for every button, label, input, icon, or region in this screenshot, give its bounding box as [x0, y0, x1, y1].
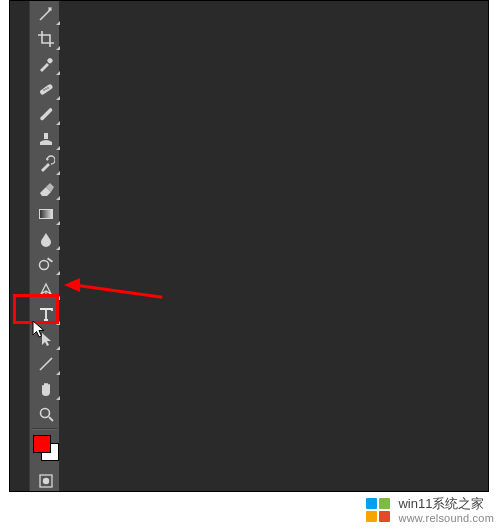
hand-tool[interactable] [30, 376, 61, 401]
history-brush-tool[interactable] [30, 151, 61, 176]
svg-rect-6 [39, 209, 52, 218]
app-window [9, 0, 489, 492]
watermark-line2: www.relsound.com [398, 511, 494, 526]
droplet-icon [37, 230, 55, 248]
svg-point-9 [40, 408, 49, 417]
watermark-line1: win11系统之家 [398, 496, 494, 511]
gradient-icon [37, 205, 55, 223]
healing-brush-tool[interactable] [30, 76, 61, 101]
zoom-tool[interactable] [30, 401, 61, 426]
hand-icon [37, 380, 55, 398]
svg-point-4 [47, 87, 49, 89]
history-brush-icon [37, 155, 55, 173]
svg-point-7 [39, 260, 48, 269]
pen-icon [37, 280, 55, 298]
color-swatches[interactable] [30, 432, 61, 466]
crop-tool[interactable] [30, 26, 61, 51]
gradient-tool[interactable] [30, 201, 61, 226]
dodge-icon [37, 255, 55, 273]
quick-mask-icon [37, 472, 55, 490]
eraser-icon [37, 180, 55, 198]
line-shape-tool[interactable] [30, 351, 61, 376]
type-tool[interactable] [30, 301, 61, 326]
toolbox-panel [29, 1, 60, 492]
eyedropper-icon [37, 55, 55, 73]
eraser-tool[interactable] [30, 176, 61, 201]
pen-tool[interactable] [30, 276, 61, 301]
svg-rect-5 [44, 133, 48, 139]
arrow-cursor-icon [37, 330, 55, 348]
blur-tool[interactable] [30, 226, 61, 251]
toolbox-divider [32, 428, 57, 430]
stamp-icon [37, 130, 55, 148]
dodge-tool[interactable] [30, 251, 61, 276]
type-icon [37, 305, 55, 323]
brush-icon [37, 105, 55, 123]
line-icon [37, 355, 55, 373]
bandage-icon [37, 80, 55, 98]
eyedropper-tool[interactable] [30, 51, 61, 76]
crop-icon [37, 30, 55, 48]
clone-stamp-tool[interactable] [30, 126, 61, 151]
magic-wand-icon [37, 5, 55, 23]
svg-rect-0 [46, 57, 53, 64]
quick-mask-mode[interactable] [30, 468, 61, 492]
path-selection-tool[interactable] [30, 326, 61, 351]
foreground-color-swatch[interactable] [33, 435, 51, 453]
watermark: win11系统之家 www.relsound.com [366, 496, 494, 526]
svg-point-3 [43, 89, 45, 91]
brush-tool[interactable] [30, 101, 61, 126]
magic-wand-tool[interactable] [30, 1, 61, 26]
magnifier-icon [37, 405, 55, 423]
watermark-logo-icon [366, 498, 392, 524]
svg-point-11 [42, 477, 48, 483]
svg-point-2 [45, 88, 47, 90]
